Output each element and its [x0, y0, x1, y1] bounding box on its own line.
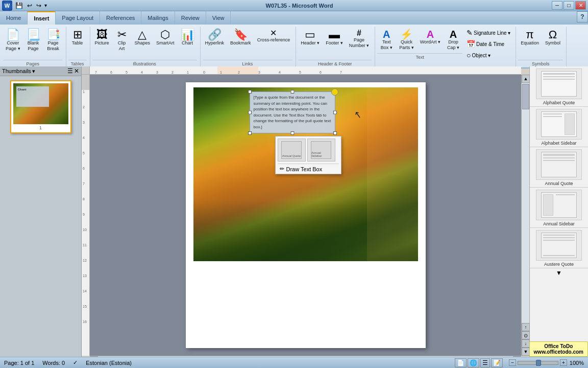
scroll-thumb-v[interactable] — [522, 84, 529, 109]
ruler-tick-2: 2 — [172, 71, 174, 74]
text-main-buttons: A TextBox ▾ ⚡ QuickParts ▾ A WordArt ▾ A… — [377, 27, 462, 53]
thumbnails-close-icon[interactable]: ✕ — [74, 67, 79, 75]
thumbnails-list-icon[interactable]: ☰ — [67, 67, 73, 75]
document-area: 1 2 3 4 5 6 7 8 9 10 11 12 13 14 15 16 — [82, 75, 529, 356]
picture-button[interactable]: 🖼 Picture — [92, 28, 112, 48]
quick-parts-button[interactable]: ⚡ QuickParts ▾ — [397, 28, 416, 52]
equation-label: Equation — [521, 40, 539, 46]
zoom-out-button[interactable]: − — [509, 359, 516, 366]
smartart-button[interactable]: ⬡ SmartArt — [154, 28, 177, 48]
panel-thumb-austere-quote — [536, 230, 582, 261]
zoom-slider[interactable] — [518, 361, 558, 365]
cross-reference-label: Cross-reference — [257, 37, 290, 43]
scroll-browse-up[interactable]: ↑ — [522, 323, 530, 331]
textbox-content[interactable]: [Type a quote from the document or the s… — [254, 95, 331, 130]
textbox-button[interactable]: A TextBox ▾ — [377, 28, 396, 52]
minimize-button[interactable]: ─ — [552, 1, 562, 10]
panel-item-annual-quote[interactable]: Annual Quote — [530, 147, 588, 188]
tab-insert[interactable]: Insert — [28, 11, 56, 25]
tab-view[interactable]: View — [206, 11, 231, 25]
dropdown-thumb-1[interactable]: Annual Quote — [278, 139, 306, 162]
equation-button[interactable]: π Equation — [518, 28, 542, 48]
handle-bl[interactable] — [248, 131, 252, 135]
footer-button[interactable]: ▬ Footer ▾ — [323, 28, 346, 48]
quick-access-save[interactable]: 💾 — [14, 2, 24, 9]
thumbnails-dropdown-icon[interactable]: ▾ — [32, 68, 35, 75]
cover-page-button[interactable]: 📄 CoverPage ▾ — [3, 28, 23, 53]
spell-check-icon[interactable]: ✓ — [73, 359, 78, 366]
drop-cap-button[interactable]: A DropCap ▾ — [444, 28, 462, 52]
signature-line-button[interactable]: ✎ Signature Line ▾ — [464, 28, 512, 38]
page-break-label: PageBreak — [47, 40, 59, 52]
table-button[interactable]: ⊞ Table — [68, 28, 87, 48]
help-button[interactable]: ? — [577, 11, 588, 22]
panel-scroll-down[interactable]: ▼ — [530, 268, 588, 278]
handle-mr[interactable] — [333, 110, 337, 114]
quick-access-undo[interactable]: ↩ — [26, 2, 33, 9]
draw-textbox-item[interactable]: ✏ Draw Text Box — [276, 164, 341, 174]
pull-quote-textbox[interactable]: [Type a quote from the document or the s… — [250, 91, 335, 133]
panel-thumb-annual-quote — [536, 149, 582, 180]
tab-home[interactable]: Home — [0, 11, 28, 25]
ruler-tick-2r: 2 — [238, 71, 240, 74]
handle-ml[interactable] — [248, 110, 252, 114]
scroll-browse-down[interactable]: ↓ — [522, 339, 530, 348]
date-time-label: Date & Time — [476, 41, 504, 47]
scroll-up-button[interactable]: ▲ — [522, 75, 530, 83]
ribbon: Home Insert Page Layout References Maili… — [0, 11, 588, 68]
tab-references[interactable]: References — [100, 11, 141, 25]
wordart-button[interactable]: A WordArt ▾ — [418, 28, 443, 47]
zoom-percent[interactable]: 100% — [570, 360, 584, 366]
panel-item-alphabet-sidebar[interactable]: Alphabet Sidebar — [530, 107, 588, 147]
zoom-controls: − + 100% — [509, 359, 584, 366]
hyperlink-button[interactable]: 🔗 Hyperlink — [203, 28, 227, 48]
view-draft-icon[interactable]: 📝 — [491, 358, 503, 367]
view-web-icon[interactable]: 🌐 — [468, 358, 479, 367]
ruler-corner — [82, 66, 90, 75]
handle-tc[interactable] — [290, 90, 294, 94]
panel-item-austere-quote[interactable]: Austere Quote — [530, 228, 588, 268]
view-outline-icon[interactable]: ☰ — [480, 358, 490, 367]
shapes-label: Shapes — [135, 40, 151, 46]
group-pages: 📄 CoverPage ▾ 📃 BlankPage 📑 PageBreak Pa… — [2, 27, 66, 67]
handle-br[interactable] — [333, 131, 337, 135]
handle-tl[interactable] — [248, 90, 252, 94]
tab-review[interactable]: Review — [175, 11, 206, 25]
language-indicator[interactable]: Estonian (Estonia) — [86, 360, 132, 366]
zoom-thumb[interactable] — [536, 360, 541, 366]
tab-mailings[interactable]: Mailings — [141, 11, 175, 25]
date-time-button[interactable]: 📅 Date & Time — [464, 39, 512, 49]
zoom-in-button[interactable]: + — [560, 359, 567, 366]
bookmark-button[interactable]: 🔖 Bookmark — [228, 28, 254, 48]
handle-rotate[interactable] — [331, 88, 338, 96]
thumbnail-page-1[interactable]: Chant 1 — [10, 80, 71, 133]
panel-items: Alphabet Quote Alphabet Sidebar — [530, 66, 588, 278]
shapes-button[interactable]: △ Shapes — [132, 28, 153, 48]
column-overlay — [367, 87, 418, 261]
clip-art-button[interactable]: ✂ ClipArt — [113, 28, 131, 53]
scroll-select-browse[interactable]: ⊙ — [522, 331, 530, 339]
scroll-down-button[interactable]: ▼ — [522, 348, 530, 356]
draw-textbox-icon: ✏ — [280, 166, 284, 172]
handle-bc[interactable] — [290, 131, 294, 135]
dropdown-thumb-2[interactable]: Annual Sidebar — [307, 139, 335, 162]
links-buttons: 🔗 Hyperlink 🔖 Bookmark ✕ Cross-reference — [203, 27, 293, 60]
tab-page-layout[interactable]: Page Layout — [56, 11, 100, 25]
smartart-label: SmartArt — [156, 40, 175, 46]
quick-access-redo[interactable]: ↪ — [35, 2, 42, 9]
panel-item-annual-sidebar[interactable]: Annual Sidebar — [530, 188, 588, 228]
blank-page-button[interactable]: 📃 BlankPage — [24, 28, 43, 53]
page-break-button[interactable]: 📑 PageBreak — [44, 28, 63, 53]
header-button[interactable]: ▭ Header ▾ — [298, 28, 322, 48]
cross-reference-button[interactable]: ✕ Cross-reference — [255, 28, 293, 44]
close-button[interactable]: ✕ — [575, 1, 586, 10]
panel-item-alphabet-quote[interactable]: Alphabet Quote — [530, 66, 588, 107]
view-print-icon[interactable]: 📄 — [455, 358, 467, 367]
maximize-button[interactable]: □ — [564, 1, 574, 10]
chart-button[interactable]: 📊 Chart — [178, 28, 197, 48]
ruler-v-8: 8 — [83, 197, 85, 201]
symbol-button[interactable]: Ω Symbol — [543, 28, 563, 48]
page-number-button[interactable]: # PageNumber ▾ — [347, 28, 372, 50]
object-button[interactable]: ○ Object ▾ — [464, 50, 512, 60]
panel-label-annual-sidebar: Annual Sidebar — [543, 221, 575, 226]
